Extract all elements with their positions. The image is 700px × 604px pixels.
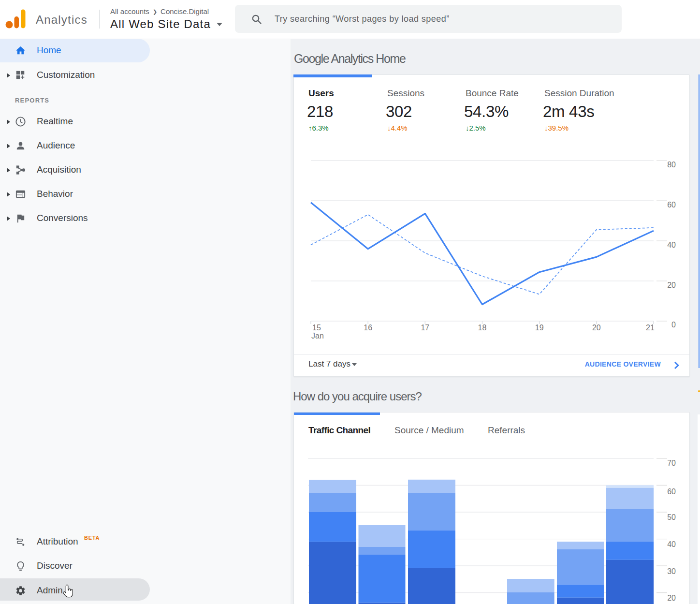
svg-text:30: 30 <box>667 567 676 575</box>
svg-text:19: 19 <box>535 324 544 332</box>
svg-text:0: 0 <box>671 321 676 329</box>
svg-text:18: 18 <box>478 324 487 332</box>
svg-text:40: 40 <box>667 241 676 249</box>
svg-text:60: 60 <box>667 201 676 209</box>
svg-text:Jan: Jan <box>311 332 324 340</box>
svg-text:20: 20 <box>667 281 676 289</box>
svg-text:20: 20 <box>592 324 601 332</box>
svg-text:15: 15 <box>312 324 321 332</box>
svg-text:40: 40 <box>667 540 676 548</box>
svg-text:21: 21 <box>646 324 655 332</box>
svg-text:16: 16 <box>364 324 372 332</box>
svg-text:50: 50 <box>667 513 676 521</box>
svg-text:60: 60 <box>667 487 676 496</box>
svg-text:70: 70 <box>667 459 676 467</box>
svg-text:17: 17 <box>421 324 429 332</box>
svg-text:20: 20 <box>667 594 676 602</box>
svg-text:80: 80 <box>667 161 676 169</box>
